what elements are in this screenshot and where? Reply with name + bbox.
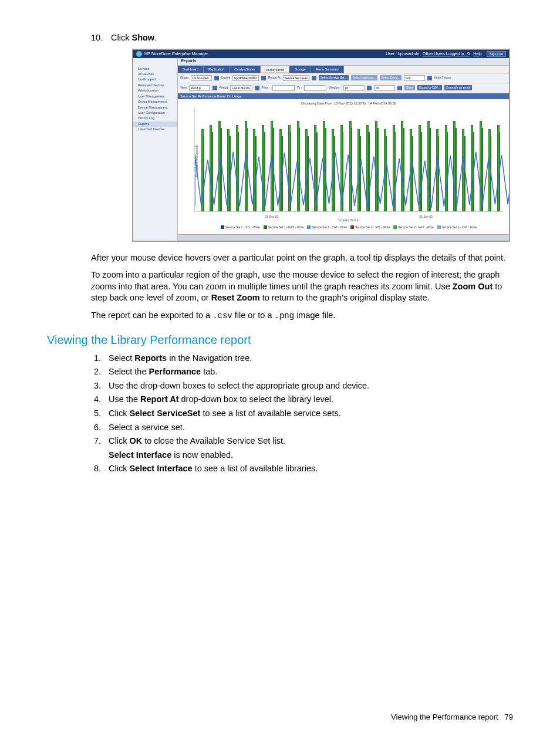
filter-row-1: Group Un-Grouped Device hpb409bac0d9a2 R…	[178, 73, 509, 83]
to-date-input[interactable]	[304, 85, 326, 91]
app-title: HP StoreOnce Enterprise Manager	[144, 51, 208, 56]
app-titlebar: HP StoreOnce Enterprise Manager User : h…	[133, 50, 509, 58]
para-export: The report can be exported to a .csv fil…	[91, 310, 513, 322]
device-dropdown[interactable]: hpb409bac0d9a2	[232, 75, 259, 81]
legend-item: Service Set 2 - VTL - Write	[350, 225, 390, 229]
trend-line	[195, 123, 510, 211]
chevron-down-icon[interactable]	[212, 86, 217, 90]
legend-item: Service Set 2 - CAT - Write	[437, 225, 477, 229]
select-service-set-button[interactable]: Select Service Set...	[319, 75, 349, 80]
select-drive-button[interactable]: Select Drive...	[380, 75, 402, 80]
chevron-down-icon[interactable]	[367, 86, 372, 90]
chart-section-title: Service Set Performance Based On Usage	[178, 93, 509, 99]
schedule-email-button[interactable]: Schedule an email	[444, 85, 472, 90]
footer-page-num: 79	[505, 713, 513, 721]
group-dropdown[interactable]: Un-Grouped	[191, 75, 212, 81]
step-2: Select the Performance tab.	[109, 366, 513, 378]
sidebar-item[interactable]: Administration	[133, 88, 177, 93]
chevron-down-icon[interactable]	[261, 76, 266, 80]
tab[interactable]: Alerts Summary	[311, 66, 344, 73]
sidebar-item[interactable]: User Configuration	[133, 110, 177, 116]
x-tick: 01-Jan 00	[420, 215, 433, 219]
x-axis: 01-Dec 00 01-Jan 00	[194, 214, 503, 219]
x-axis-label: Time(In Hours)	[194, 218, 503, 222]
group-label: Group	[180, 76, 188, 80]
step-5: Click Select ServiceSet to see a list of…	[109, 408, 513, 420]
user-label: User : hpmsadmin	[386, 51, 419, 56]
na-field: N/A	[404, 75, 425, 81]
from-label: From :	[262, 86, 270, 90]
sidebar-item[interactable]: User Management	[133, 94, 177, 99]
step-3: Use the drop-down boxes to select the ap…	[109, 380, 513, 392]
legend-item: Service Set 1 - VTL - Write	[221, 225, 260, 229]
step-8: Click Select Interface to see a list of …	[109, 463, 513, 475]
device-label: Device	[221, 76, 230, 80]
nav-sidebar: DevicesAll DevicesUn-GroupedRemoved Devi…	[133, 58, 178, 241]
horizontal-scrollbar[interactable]	[178, 234, 509, 241]
hp-logo-icon	[136, 51, 142, 57]
throughput-chart[interactable]: Throughput(MB/Second)	[194, 107, 503, 212]
view-label: View	[180, 86, 187, 90]
tab[interactable]: Storage	[289, 66, 311, 73]
tab[interactable]: CatalystStores	[230, 66, 261, 73]
export-csv-button[interactable]: Export to CSV...	[417, 85, 441, 90]
tab[interactable]: Dashboard	[178, 66, 204, 73]
sidebar-item[interactable]: History Log	[133, 116, 177, 121]
legend-item: Service Set 1 - CAT - Write	[307, 225, 347, 229]
chevron-down-icon[interactable]	[312, 76, 316, 80]
tab[interactable]: Replication	[204, 66, 230, 73]
period-dropdown[interactable]: Last 6 Months	[230, 85, 252, 91]
step-1: Select Reports in the Navigation tree.	[109, 353, 513, 364]
para-zoom: To zoom into a particular region of the …	[91, 269, 513, 304]
continue-step-list: Click Show.	[47, 32, 513, 44]
tab[interactable]: Performance	[261, 66, 290, 73]
from-date-input[interactable]	[272, 85, 295, 91]
heading-library-perf: Viewing the Library Performance report	[47, 332, 513, 348]
sidebar-item[interactable]: Group Management	[133, 99, 177, 104]
step-6: Select a service set.	[109, 422, 513, 434]
other-users: Other Users Logged in : 0	[423, 51, 470, 56]
select-interface-button[interactable]: Select Interface...	[351, 75, 377, 80]
sidebar-item[interactable]: Reports	[133, 121, 177, 127]
view-dropdown[interactable]: Monthly	[189, 85, 210, 91]
chevron-down-icon[interactable]	[397, 86, 402, 90]
chart-legend: Service Set 1 - VTL - WriteService Set 1…	[194, 223, 503, 232]
step-10: Click Show.	[109, 32, 513, 44]
sidebar-item[interactable]: Launched Devices	[133, 127, 177, 132]
step-10-pre: Click	[111, 33, 131, 42]
filter-row-2: View Monthly Period Last 6 Months From :…	[178, 83, 509, 93]
step-4: Use the Report At drop-down box to selec…	[109, 394, 513, 406]
help-link[interactable]: Help	[473, 51, 481, 56]
window-label: Window :	[329, 86, 341, 90]
signout-button[interactable]: Sign Out	[487, 51, 506, 57]
sidebar-item[interactable]: All Devices	[133, 72, 177, 77]
sidebar-item[interactable]: Devices	[133, 66, 177, 72]
sidebar-item[interactable]: Device Management	[133, 105, 177, 110]
chevron-down-icon[interactable]	[255, 86, 259, 90]
step-10-post: .	[154, 33, 157, 42]
legend-item: Service Set 1 - NAS - Write	[264, 225, 303, 229]
chevron-down-icon[interactable]	[427, 76, 432, 80]
report-tabs: DashboardReplicationCatalystStoresPerfor…	[178, 66, 509, 73]
legend-item: Service Set 2 - NAS - Write	[393, 225, 433, 229]
to-label: To :	[297, 86, 302, 90]
report-at-dropdown[interactable]: Service Set Level	[283, 75, 309, 81]
window-from[interactable]: 00	[343, 85, 365, 91]
page-footer: Viewing the Performance report 79	[391, 712, 513, 723]
step-10-bold: Show	[131, 33, 154, 42]
chart-area: Displaying Data From :15-Nov-2013 18:30 …	[178, 99, 509, 234]
footer-title: Viewing the Performance report	[391, 713, 498, 721]
para-tooltip: After your mouse device hovers over a pa…	[91, 252, 513, 264]
steps-list: Select Reports in the Navigation tree.Se…	[47, 353, 513, 475]
period-label: Period	[220, 86, 228, 90]
chart-range-note: Displaying Data From :15-Nov-2013 18:30 …	[194, 102, 503, 106]
show-button[interactable]: Show	[404, 85, 416, 90]
app-screenshot: HP StoreOnce Enterprise Manager User : h…	[132, 49, 510, 242]
step-7: Click OK to close the Available Service …	[109, 436, 513, 461]
sidebar-item[interactable]: Removed Devices	[133, 83, 177, 88]
sidebar-item[interactable]: Un-Grouped	[133, 77, 177, 82]
metric-label: Write Throug	[434, 76, 451, 80]
chevron-down-icon[interactable]	[214, 76, 219, 80]
window-to[interactable]: 00	[374, 85, 395, 91]
panel-title: Reports	[178, 58, 509, 66]
